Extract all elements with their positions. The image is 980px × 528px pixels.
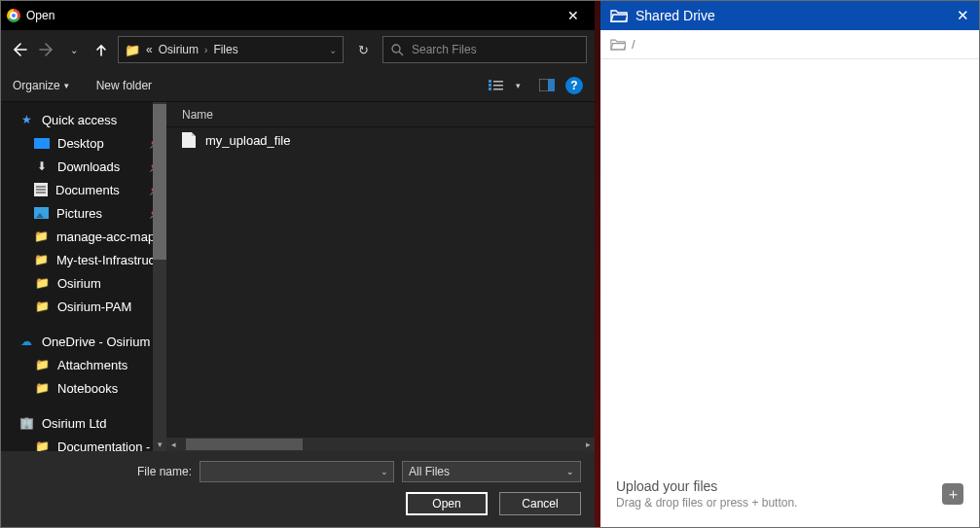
sidebar-item-folder[interactable]: 📁 Documentation -: [1, 435, 166, 451]
sidebar-item-label: Osirium-PAM: [57, 299, 131, 314]
recent-dropdown-icon[interactable]: ⌄: [63, 38, 85, 61]
sidebar-item-documents[interactable]: Documents 📌: [1, 178, 166, 201]
chevron-right-icon: ›: [204, 45, 207, 55]
sidebar-item-label: Quick access: [42, 113, 117, 127]
panel-title: Shared Drive: [635, 8, 715, 23]
file-list: Name my_upload_file ◂ ▸: [166, 102, 595, 451]
svg-rect-4: [493, 81, 503, 83]
download-icon: ⬇: [34, 159, 50, 173]
filename-input[interactable]: ⌄: [200, 461, 394, 482]
folder-icon: 📁: [34, 276, 50, 290]
sidebar-scrollbar-thumb[interactable]: [153, 104, 166, 260]
organize-menu[interactable]: Organize ▾: [13, 79, 69, 92]
sidebar-item-label: manage-acc-mappings: [56, 229, 166, 244]
sidebar-item-company[interactable]: 🏢 Osirium Ltd: [1, 411, 166, 435]
sidebar-item-folder[interactable]: 📁 Osirium: [1, 271, 166, 295]
sidebar-item-label: Documents: [55, 183, 120, 197]
search-placeholder: Search Files: [412, 43, 477, 56]
folder-icon: 📁: [34, 229, 49, 243]
sidebar-item-label: Attachments: [57, 358, 127, 372]
refresh-button[interactable]: ↻: [349, 36, 377, 63]
file-icon: [182, 132, 196, 148]
cancel-button[interactable]: Cancel: [499, 492, 581, 515]
folder-open-icon: [610, 9, 628, 22]
documents-icon: [34, 183, 48, 196]
panel-header: Shared Drive ✕: [600, 1, 979, 30]
folder-open-icon: [610, 38, 626, 51]
forward-button[interactable]: [36, 38, 57, 61]
sidebar-scroll-down-icon[interactable]: ▾: [153, 438, 166, 451]
chevron-down-icon[interactable]: ⌄: [329, 45, 337, 55]
chrome-icon: [7, 9, 20, 22]
svg-rect-1: [489, 80, 491, 83]
file-name: my_upload_file: [205, 133, 290, 148]
back-button[interactable]: [9, 38, 30, 61]
view-mode-icon[interactable]: [486, 79, 507, 92]
chevron-down-icon[interactable]: ⌄: [376, 462, 393, 481]
bottom-bar: File name: ⌄ All Files ⌄ Open Cancel: [1, 451, 595, 527]
sidebar-item-quick-access[interactable]: ★ Quick access: [1, 108, 166, 131]
help-button[interactable]: ?: [565, 77, 583, 94]
chevron-down-icon: ⌄: [566, 467, 574, 476]
sidebar-item-label: Osirium Ltd: [42, 416, 106, 431]
search-input[interactable]: Search Files: [382, 36, 587, 63]
new-folder-button[interactable]: New folder: [96, 79, 152, 92]
svg-rect-3: [489, 88, 491, 90]
sidebar-item-label: Pictures: [56, 206, 102, 221]
horizontal-scrollbar[interactable]: ◂ ▸: [166, 438, 595, 451]
search-icon: [391, 44, 404, 56]
breadcrumb[interactable]: 📁 « Osirium › Files ⌄: [118, 36, 344, 63]
drop-zone[interactable]: [600, 59, 979, 467]
view-mode-dropdown-icon[interactable]: ▾: [507, 81, 528, 90]
open-button[interactable]: Open: [406, 492, 488, 515]
dialog-body: ★ Quick access Desktop 📌 ⬇ Downloads 📌 D…: [1, 102, 595, 451]
panel-footer: Upload your files Drag & drop files or p…: [600, 467, 979, 527]
folder-icon: 📁: [125, 43, 140, 57]
preview-pane-icon[interactable]: [536, 79, 558, 91]
sidebar-item-label: Osirium: [57, 276, 101, 291]
footer-title: Upload your files: [616, 478, 942, 494]
sidebar-item-folder[interactable]: 📁 My-test-Infrastructure: [1, 248, 166, 271]
scroll-left-icon[interactable]: ◂: [166, 438, 180, 451]
sidebar-item-desktop[interactable]: Desktop 📌: [1, 131, 166, 155]
panel-breadcrumb[interactable]: /: [600, 30, 979, 59]
sidebar-item-folder[interactable]: 📁 Osirium-PAM: [1, 295, 166, 318]
sidebar-item-label: Documentation -: [57, 440, 150, 452]
svg-rect-8: [548, 79, 555, 91]
star-icon: ★: [18, 113, 34, 126]
desktop-icon: [34, 138, 50, 149]
footer-subtitle: Drag & drop files or press + button.: [616, 496, 942, 510]
folder-icon: 📁: [34, 381, 50, 395]
filename-label: File name:: [137, 465, 192, 478]
sidebar-item-label: My-test-Infrastructure: [56, 253, 166, 267]
close-icon[interactable]: ✕: [957, 7, 969, 24]
sidebar-item-folder[interactable]: 📁 Attachments: [1, 353, 166, 376]
add-button[interactable]: ＋: [942, 483, 963, 505]
sidebar-item-label: Downloads: [57, 159, 120, 174]
sidebar-item-label: Notebooks: [57, 381, 118, 396]
dialog-title: Open: [26, 9, 54, 22]
breadcrumb-part-b[interactable]: Files: [213, 43, 237, 56]
breadcrumb-root: /: [632, 37, 635, 52]
scrollbar-thumb[interactable]: [186, 439, 303, 450]
close-icon[interactable]: ✕: [552, 1, 595, 30]
pictures-icon: [34, 207, 49, 219]
breadcrumb-part-a[interactable]: Osirium: [159, 43, 199, 56]
sidebar-item-onedrive[interactable]: ☁ OneDrive - Osirium: [1, 330, 166, 353]
folder-icon: 📁: [34, 253, 49, 266]
folder-icon: 📁: [34, 358, 50, 371]
filetype-select[interactable]: All Files ⌄: [402, 461, 581, 482]
up-button[interactable]: [91, 38, 112, 61]
sidebar-item-pictures[interactable]: Pictures 📌: [1, 201, 166, 225]
column-header-name[interactable]: Name: [166, 102, 595, 127]
sidebar-item-downloads[interactable]: ⬇ Downloads 📌: [1, 155, 166, 178]
breadcrumb-sep: «: [146, 43, 153, 56]
chevron-down-icon: ▾: [64, 81, 69, 90]
file-open-dialog: Open ✕ ⌄ 📁 « Osirium › Files ⌄ ↻ Search …: [1, 1, 595, 527]
scroll-right-icon[interactable]: ▸: [581, 438, 595, 451]
building-icon: 🏢: [18, 416, 34, 430]
sidebar-item-folder[interactable]: 📁 Notebooks: [1, 376, 166, 400]
sidebar: ★ Quick access Desktop 📌 ⬇ Downloads 📌 D…: [1, 102, 166, 451]
file-row[interactable]: my_upload_file: [166, 127, 595, 153]
sidebar-item-folder[interactable]: 📁 manage-acc-mappings: [1, 225, 166, 248]
